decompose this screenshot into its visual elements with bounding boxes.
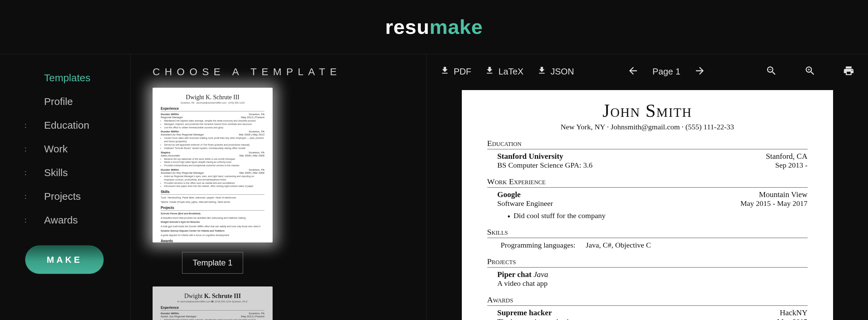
download-pdf-label: PDF <box>454 66 471 77</box>
pager: Page 1 <box>627 65 705 78</box>
zoom-out-icon <box>766 65 777 77</box>
project-row: Piper chat Java <box>487 270 808 279</box>
award-org: HackNY <box>780 308 808 317</box>
nav-projects[interactable]: : : Projects <box>0 185 130 208</box>
zoom-out-button[interactable] <box>766 65 777 78</box>
drag-handle-icon[interactable]: : : <box>24 122 25 129</box>
arrow-left-icon <box>627 65 639 77</box>
zoom-in-icon <box>804 65 816 77</box>
thumb-divider <box>161 111 264 111</box>
download-latex-button[interactable]: LaTeX <box>485 66 524 78</box>
resume-document: John Smith New York, NY · Johnsmith@gmai… <box>462 90 833 320</box>
project-desc: A video chat app <box>487 279 808 288</box>
download-pdf-button[interactable]: PDF <box>440 66 471 78</box>
page-indicator: Page 1 <box>652 66 680 77</box>
nav-label: Profile <box>26 96 73 107</box>
nav-work[interactable]: : : Work <box>0 137 130 161</box>
section-work: Work Experience <box>487 177 808 186</box>
main-layout: Templates Profile : : Education : : Work… <box>0 54 868 320</box>
download-json-button[interactable]: JSON <box>537 66 574 78</box>
work-location: Mountain View <box>759 190 807 199</box>
nav-label: Templates <box>26 72 91 84</box>
nav-label: Work <box>26 143 67 155</box>
drag-handle-icon[interactable]: : : <box>24 193 25 200</box>
edu-row: Stanford University Stanford, CA <box>487 152 808 161</box>
award-desc: The best project on hackaton <box>497 317 584 320</box>
templates-panel: CHOOSE A TEMPLATE Dwight K. Schrute III … <box>131 54 427 320</box>
work-dates: May 2015 - May 2017 <box>741 199 808 208</box>
section-skills: Skills <box>487 228 808 237</box>
work-title: Software Engineer <box>497 199 553 208</box>
edu-gpa: GPA: 3.6 <box>565 161 592 169</box>
section-divider <box>487 305 808 306</box>
template-1-button[interactable]: Template 1 <box>182 252 243 274</box>
nav-label: Projects <box>26 191 81 202</box>
edu-sub: BS Computer Science GPA: 3.6 Sep 2013 - <box>487 161 808 170</box>
template-card-1[interactable]: Dwight K. Schrute III Scranton, PA · dsc… <box>153 88 273 242</box>
download-latex-label: LaTeX <box>498 66 524 77</box>
nav-label: Awards <box>26 214 78 226</box>
logo-part-resu: resu <box>385 16 430 38</box>
edu-degree: BS Computer Science <box>497 161 565 169</box>
work-bullet: Did cool stuff for the company <box>487 211 808 220</box>
section-divider <box>487 149 808 149</box>
download-icon <box>440 66 450 78</box>
section-awards: Awards <box>487 295 808 304</box>
logo-part-make: make <box>430 16 483 38</box>
section-divider <box>487 187 808 188</box>
thumb-name: Dwight K. Schrute III <box>161 94 264 101</box>
document-container: John Smith New York, NY · Johnsmith@gmai… <box>427 89 868 320</box>
award-row: Supreme hacker HackNY <box>487 308 808 317</box>
template-card-wrap-1: Dwight K. Schrute III Scranton, PA · dsc… <box>153 88 273 274</box>
preview-toolbar: PDF LaTeX JSON Page 1 <box>427 54 868 89</box>
resume-name: John Smith <box>487 100 808 121</box>
award-date: May 2015 <box>777 317 808 320</box>
download-icon <box>537 66 547 78</box>
nav-profile[interactable]: Profile <box>0 90 130 113</box>
download-icon <box>485 66 494 78</box>
thumb-name: Dwight K. Schrute III <box>161 293 264 300</box>
work-company: Google <box>497 190 521 199</box>
nav-label: Education <box>26 120 89 131</box>
template-card-wrap-2: Dwight K. Schrute III ✉ dschrute@dunderm… <box>153 286 273 320</box>
edu-location: Stanford, CA <box>766 152 808 161</box>
zoom-in-button[interactable] <box>804 65 816 78</box>
project-lang: Java <box>533 270 548 279</box>
nav-label: Skills <box>26 167 68 178</box>
print-icon <box>843 65 854 77</box>
work-row: Google Mountain View <box>487 190 808 199</box>
header: resumake <box>0 0 868 54</box>
section-divider <box>487 238 808 238</box>
prev-page-button[interactable] <box>627 65 639 78</box>
next-page-button[interactable] <box>694 65 706 78</box>
drag-handle-icon[interactable]: : : <box>24 145 25 153</box>
thumb-section-experience: Experience <box>161 107 264 110</box>
template-grid: Dwight K. Schrute III Scranton, PA · dsc… <box>153 88 404 320</box>
download-json-label: JSON <box>551 66 574 77</box>
section-projects: Projects <box>487 257 808 266</box>
nav-awards[interactable]: : : Awards <box>0 208 130 232</box>
skill-label: Programming languages: <box>501 241 576 249</box>
arrow-right-icon <box>694 65 706 77</box>
sidebar: Templates Profile : : Education : : Work… <box>0 54 131 320</box>
preview-panel: PDF LaTeX JSON Page 1 <box>427 54 868 320</box>
thumb-contact: Scranton, PA · dschrute@dundermifflin.co… <box>161 102 264 104</box>
award-name: Supreme hacker <box>497 308 552 317</box>
skill-row: Programming languages: Java, C#, Objecti… <box>487 241 808 250</box>
nav-education[interactable]: : : Education <box>0 113 130 137</box>
print-button[interactable] <box>843 65 854 78</box>
nav-templates[interactable]: Templates <box>0 66 130 90</box>
edu-school: Stanford University <box>497 152 564 161</box>
drag-handle-icon[interactable]: : : <box>24 216 25 224</box>
template-card-2[interactable]: Dwight K. Schrute III ✉ dschrute@dunderm… <box>153 286 273 320</box>
make-button[interactable]: MAKE <box>25 246 104 274</box>
resume-contact: New York, NY · Johnsmith@gmail.com · (55… <box>487 123 808 131</box>
award-sub: The best project on hackaton May 2015 <box>487 317 808 320</box>
drag-handle-icon[interactable]: : : <box>24 169 25 177</box>
skill-value: Java, C#, Objective C <box>586 241 651 249</box>
edu-date: Sep 2013 - <box>775 161 807 170</box>
work-sub: Software Engineer May 2015 - May 2017 <box>487 199 808 208</box>
zoom-controls <box>766 65 816 78</box>
logo: resumake <box>385 15 483 39</box>
nav-skills[interactable]: : : Skills <box>0 161 130 185</box>
